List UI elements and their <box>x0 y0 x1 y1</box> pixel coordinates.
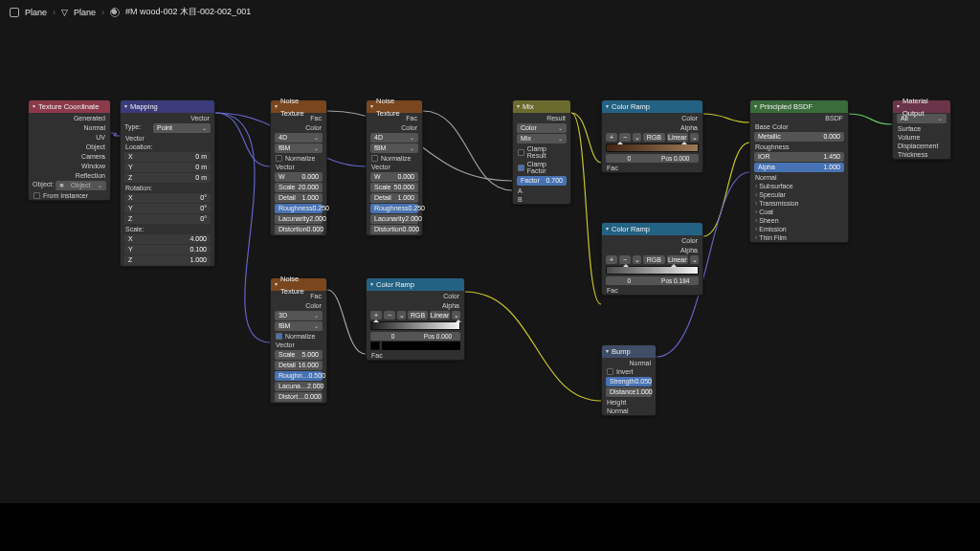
socket-normal-in[interactable]: Normal <box>602 407 656 415</box>
socket-camera[interactable]: Camera <box>81 152 105 160</box>
socket-vector-in[interactable]: Vector <box>121 134 214 143</box>
node-header[interactable]: Principled BSDF <box>750 100 848 113</box>
ramp-menu[interactable]: ⌄ <box>633 133 641 142</box>
breadcrumb: Plane › ▽ Plane › #M wood-002 木目-002-002… <box>10 6 251 18</box>
ramp-pos[interactable]: 0Pos 0.000 <box>606 154 699 163</box>
node-color-ramp-1[interactable]: Color Ramp Color Alpha + − ⌄ RGB Linear … <box>601 99 703 173</box>
node-header[interactable]: Noise Texture <box>367 100 422 113</box>
socket-generated[interactable]: Generated <box>74 114 105 121</box>
rot-x[interactable]: X0° <box>124 193 211 203</box>
socket-normal[interactable]: Normal <box>750 173 848 182</box>
sca-z[interactable]: Z1.000 <box>124 255 211 265</box>
mapping-type[interactable]: Point <box>153 123 211 133</box>
ramp-color-full[interactable] <box>382 342 460 350</box>
bsdf-emission[interactable]: Emission <box>750 225 848 233</box>
socket-normal-out[interactable]: Normal <box>629 359 651 366</box>
from-instancer-checkbox[interactable]: From Instancer <box>29 191 110 200</box>
breadcrumb-object[interactable]: Plane <box>25 8 47 17</box>
node-header[interactable]: Color Ramp <box>367 278 464 291</box>
node-color-ramp-2[interactable]: Color Ramp Color Alpha +−⌄ RGB Linear ⌄ … <box>601 222 703 296</box>
bump-distance[interactable]: Distance1.000 <box>606 387 652 397</box>
bsdf-specular[interactable]: Specular <box>750 190 848 199</box>
loc-z[interactable]: Z0 m <box>124 173 211 183</box>
footer-area <box>0 503 980 551</box>
node-color-ramp-3[interactable]: Color Ramp Color Alpha +−⌄ RGB Linear ⌄ … <box>366 277 465 361</box>
ramp-swatch[interactable] <box>370 342 380 350</box>
normalize-checkbox[interactable]: Normalize <box>271 154 326 163</box>
node-header[interactable]: Bump <box>602 345 656 358</box>
socket-color[interactable]: Color <box>305 123 322 131</box>
chevron-right-icon: › <box>53 8 56 17</box>
ramp-gradient[interactable] <box>606 143 699 152</box>
node-noise-texture-2[interactable]: Noise Texture Fac Color 4D fBM Normalize… <box>366 99 423 236</box>
invert-checkbox[interactable]: Invert <box>602 367 656 376</box>
bsdf-subsurface[interactable]: Subsurface <box>750 182 848 190</box>
socket-basecolor[interactable]: Base Color <box>750 122 848 131</box>
socket-roughness[interactable]: Roughness <box>750 143 848 151</box>
socket-displacement[interactable]: Displacement <box>893 142 950 150</box>
socket-vector[interactable]: Vector <box>271 163 326 171</box>
node-texture-coordinate[interactable]: Texture Coordinate Generated Normal UV O… <box>28 99 111 201</box>
bump-strength[interactable]: Strength0.050 <box>606 377 652 386</box>
node-principled-bsdf[interactable]: Principled BSDF BSDF Base Color Metallic… <box>749 99 849 243</box>
socket-fac[interactable]: Fac <box>602 164 702 172</box>
ramp-interp[interactable]: RGB <box>643 133 665 142</box>
node-material-output[interactable]: Material Output All Surface Volume Displ… <box>892 99 951 160</box>
socket-volume[interactable]: Volume <box>893 133 950 142</box>
object-label: Object: <box>33 181 54 190</box>
bsdf-alpha[interactable]: Alpha1.000 <box>754 163 844 172</box>
rot-z[interactable]: Z0° <box>124 214 211 224</box>
node-header[interactable]: Color Ramp <box>602 100 702 113</box>
node-header[interactable]: Color Ramp <box>602 223 702 235</box>
loc-y[interactable]: Y0 m <box>124 163 211 172</box>
node-header[interactable]: Mix <box>513 100 570 113</box>
sca-x[interactable]: X4.000 <box>124 234 211 244</box>
node-bump[interactable]: Bump Normal Invert Strength0.050 Distanc… <box>601 344 657 416</box>
socket-window[interactable]: Window <box>81 162 105 169</box>
breadcrumb-data[interactable]: Plane <box>74 8 96 17</box>
ramp-mode[interactable]: Linear <box>667 133 689 142</box>
socket-uv[interactable]: UV <box>96 133 105 141</box>
node-mapping[interactable]: Mapping Vector Type: Point Vector Locati… <box>120 99 215 267</box>
node-noise-texture-1[interactable]: Noise Texture Fac Color 4D fBM Normalize… <box>270 99 327 236</box>
socket-normal[interactable]: Normal <box>83 123 105 131</box>
ramp-add[interactable]: + <box>606 133 617 142</box>
node-header[interactable]: Noise Texture <box>271 100 326 113</box>
node-header[interactable]: Noise Texture <box>271 278 326 291</box>
ramp-gradient[interactable] <box>606 266 699 275</box>
breadcrumb-material[interactable]: #M wood-002 木目-002-002_001 <box>125 6 251 18</box>
ramp-gradient[interactable] <box>370 321 460 330</box>
ramp-sub[interactable]: − <box>619 133 631 142</box>
node-header[interactable]: Mapping <box>121 100 214 113</box>
bsdf-thinfilm[interactable]: Thin Film <box>750 233 848 242</box>
socket-height[interactable]: Height <box>602 398 656 407</box>
noise-mode[interactable]: fBM <box>275 143 323 153</box>
socket-a[interactable]: A <box>513 187 570 195</box>
bsdf-sheen[interactable]: Sheen <box>750 216 848 225</box>
ramp-menu2[interactable]: ⌄ <box>690 133 699 142</box>
socket-surface[interactable]: Surface <box>893 124 950 133</box>
object-picker[interactable]: ■Object <box>56 181 106 190</box>
socket-thickness[interactable]: Thickness <box>893 150 950 159</box>
bsdf-coat[interactable]: Coat <box>750 208 848 216</box>
socket-b[interactable]: B <box>513 195 570 204</box>
node-noise-texture-3[interactable]: Noise Texture Fac Color 3D fBM Normalize… <box>270 277 327 404</box>
bsdf-transmission[interactable]: Transmission <box>750 199 848 208</box>
socket-bsdf[interactable]: BSDF <box>825 114 843 121</box>
rot-y[interactable]: Y0° <box>124 204 211 213</box>
bsdf-metallic[interactable]: Metallic0.000 <box>754 132 844 142</box>
mix-factor[interactable]: Factor0.700 <box>517 176 567 186</box>
loc-x[interactable]: X0 m <box>124 152 211 162</box>
breadcrumb-modifier-icon: ▽ <box>61 8 68 17</box>
node-mix[interactable]: Mix Result Color Mix Clamp Result Clamp … <box>512 99 571 205</box>
socket-object[interactable]: Object <box>86 143 105 150</box>
node-header[interactable]: Texture Coordinate <box>29 100 110 113</box>
socket-result[interactable]: Result <box>546 114 566 121</box>
bsdf-ior[interactable]: IOR1.450 <box>754 152 844 162</box>
socket-reflection[interactable]: Reflection <box>76 171 105 179</box>
node-header[interactable]: Material Output <box>893 100 950 113</box>
sca-y[interactable]: Y0.100 <box>124 245 211 254</box>
noise-dim[interactable]: 4D <box>275 133 323 143</box>
socket-fac[interactable]: Fac <box>310 114 322 121</box>
socket-vector-out[interactable]: Vector <box>190 114 210 121</box>
